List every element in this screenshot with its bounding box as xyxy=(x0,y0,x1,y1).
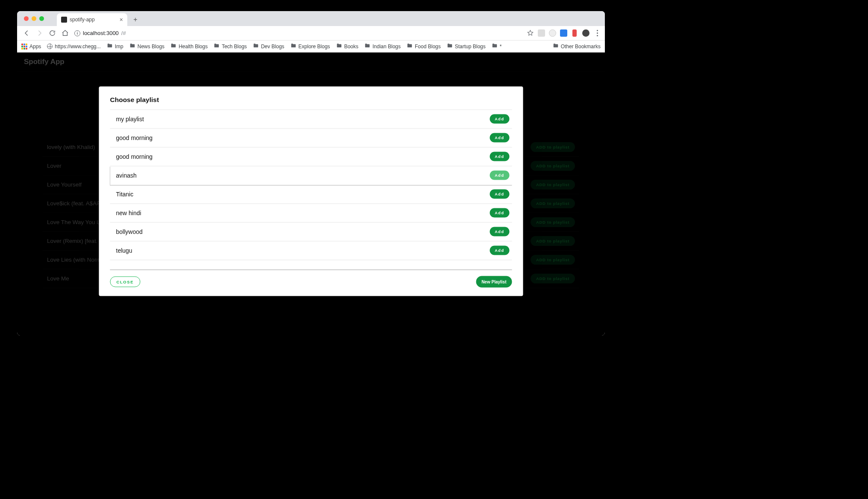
nav-home-button[interactable] xyxy=(59,27,71,39)
playlist-name: new hindi xyxy=(116,210,141,216)
bookmark-item[interactable]: Explore Blogs xyxy=(290,43,330,50)
playlist-row: TitanicAdd xyxy=(110,185,512,204)
modal-footer: CLOSE New Playlist xyxy=(110,269,512,287)
add-button[interactable]: Add xyxy=(490,246,509,255)
add-button[interactable]: Add xyxy=(490,227,509,236)
url-path: /# xyxy=(121,30,126,36)
apps-shortcut[interactable]: Apps xyxy=(21,44,41,50)
url-field[interactable]: i localhost:3000/# xyxy=(74,30,126,36)
bookmark-item[interactable]: News Blogs xyxy=(129,43,164,50)
star-icon[interactable] xyxy=(526,29,534,37)
tab-title: spotify-app xyxy=(70,17,95,23)
toolbar-right xyxy=(526,29,601,37)
browser-tab[interactable]: spotify-app × xyxy=(57,13,127,26)
nav-reload-button[interactable] xyxy=(46,27,58,39)
bookmark-label: * xyxy=(500,44,502,50)
playlist-name: avinash xyxy=(116,172,137,179)
arrow-left-icon xyxy=(23,29,30,37)
browser-address-bar: i localhost:3000/# xyxy=(17,26,605,41)
bookmark-label: Books xyxy=(344,44,358,50)
bookmark-label: Indian Blogs xyxy=(372,44,401,50)
bookmark-item[interactable]: Startup Blogs xyxy=(447,43,486,50)
add-button[interactable]: Add xyxy=(490,114,509,124)
other-bookmarks-label: Other Bookmarks xyxy=(561,44,601,50)
folder-icon xyxy=(447,43,453,50)
arrow-right-icon xyxy=(36,29,43,37)
apps-label: Apps xyxy=(29,44,41,50)
new-tab-button[interactable]: + xyxy=(131,15,140,24)
bookmarks-bar: Apps https://www.chegg...ImpNews BlogsHe… xyxy=(17,41,605,53)
home-icon xyxy=(62,29,69,37)
playlist-name: bollywood xyxy=(116,228,143,235)
add-button[interactable]: Add xyxy=(490,190,509,199)
folder-icon xyxy=(290,43,296,50)
playlist-list: my playlistAddgood morningAddgood mornin… xyxy=(110,110,512,260)
playlist-row: avinashAdd xyxy=(110,166,512,185)
bookmark-item[interactable]: Dev Blogs xyxy=(253,43,284,50)
close-button[interactable]: CLOSE xyxy=(110,276,141,287)
folder-icon xyxy=(407,43,413,50)
extension-icon[interactable] xyxy=(537,29,545,37)
browser-menu-button[interactable] xyxy=(593,30,601,36)
folder-icon xyxy=(336,43,342,50)
bookmark-label: News Blogs xyxy=(138,44,164,50)
extension-icon[interactable] xyxy=(571,29,578,37)
folder-icon xyxy=(129,43,135,50)
browser-titlebar: spotify-app × + xyxy=(17,11,605,26)
bookmark-label: Imp xyxy=(115,44,123,50)
folder-icon xyxy=(364,43,370,50)
page-viewport: Spotify App lovely (with Khalid)ADD to p… xyxy=(17,53,605,336)
window-controls xyxy=(21,16,44,26)
add-button[interactable]: Add xyxy=(490,133,509,143)
folder-icon xyxy=(492,43,498,50)
bookmark-label: Tech Blogs xyxy=(222,44,247,50)
url-host: localhost:3000 xyxy=(83,30,119,36)
playlist-name: telugu xyxy=(116,247,132,254)
folder-icon xyxy=(107,43,113,50)
other-bookmarks[interactable]: Other Bookmarks xyxy=(553,43,601,50)
tab-close-icon[interactable]: × xyxy=(120,16,123,23)
window-close-button[interactable] xyxy=(24,16,29,21)
new-playlist-button[interactable]: New Playlist xyxy=(476,276,512,287)
add-button[interactable]: Add xyxy=(490,171,509,180)
globe-icon xyxy=(47,44,53,49)
add-button[interactable]: Add xyxy=(490,208,509,218)
bookmark-item[interactable]: Health Blogs xyxy=(170,43,208,50)
add-button[interactable]: Add xyxy=(490,152,509,161)
reload-icon xyxy=(49,29,56,37)
nav-back-button[interactable] xyxy=(21,27,32,39)
bookmark-item[interactable]: Imp xyxy=(107,43,123,50)
window-zoom-button[interactable] xyxy=(39,16,44,21)
bookmark-label: Explore Blogs xyxy=(299,44,330,50)
bookmark-item[interactable]: Food Blogs xyxy=(407,43,441,50)
window-minimize-button[interactable] xyxy=(32,16,36,21)
folder-icon xyxy=(214,43,220,50)
playlist-row: bollywoodAdd xyxy=(110,222,512,241)
folder-icon xyxy=(170,43,176,50)
folder-icon xyxy=(553,43,559,50)
extension-icon[interactable] xyxy=(560,29,567,37)
bookmark-label: Food Blogs xyxy=(415,44,441,50)
playlist-name: good morning xyxy=(116,134,153,141)
extension-icon[interactable] xyxy=(548,29,556,37)
bookmark-label: Dev Blogs xyxy=(261,44,284,50)
profile-avatar[interactable] xyxy=(582,29,589,37)
playlist-row: good morningAdd xyxy=(110,147,512,166)
playlist-name: my playlist xyxy=(116,116,144,123)
folder-icon xyxy=(253,43,259,50)
tab-favicon xyxy=(61,17,67,23)
bookmark-item[interactable]: Tech Blogs xyxy=(214,43,247,50)
bookmark-item[interactable]: * xyxy=(492,43,502,50)
site-info-icon[interactable]: i xyxy=(74,30,80,36)
nav-forward-button[interactable] xyxy=(33,27,45,39)
bookmark-item[interactable]: Indian Blogs xyxy=(364,43,401,50)
playlist-name: good morning xyxy=(116,153,153,160)
playlist-name: Titanic xyxy=(116,191,134,198)
bookmark-label: Startup Blogs xyxy=(455,44,486,50)
apps-grid-icon xyxy=(21,44,27,50)
playlist-row: new hindiAdd xyxy=(110,204,512,222)
browser-window: spotify-app × + i localhost:3000/# xyxy=(17,11,605,336)
choose-playlist-modal: Choose playlist my playlistAddgood morni… xyxy=(99,86,523,296)
bookmark-item[interactable]: Books xyxy=(336,43,358,50)
bookmark-item[interactable]: https://www.chegg... xyxy=(47,44,100,50)
